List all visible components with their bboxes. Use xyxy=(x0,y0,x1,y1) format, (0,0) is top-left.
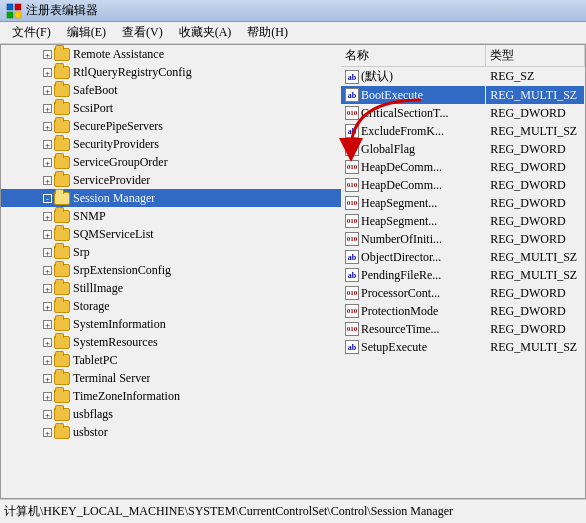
registry-row[interactable]: 010HeapSegment...REG_DWORD xyxy=(341,194,585,212)
expand-icon[interactable]: + xyxy=(43,50,52,59)
expand-icon[interactable]: + xyxy=(43,68,52,77)
tree-label: ScsiPort xyxy=(73,101,113,116)
expand-icon[interactable]: + xyxy=(43,86,52,95)
tree-item-terminal[interactable]: + Terminal Server xyxy=(1,369,341,387)
expand-icon[interactable]: + xyxy=(43,284,52,293)
folder-icon xyxy=(54,210,70,223)
menu-edit[interactable]: 编辑(E) xyxy=(59,22,114,43)
tree-item-scsiport[interactable]: + ScsiPort xyxy=(1,99,341,117)
svg-rect-2 xyxy=(7,12,13,18)
expand-icon[interactable]: + xyxy=(43,392,52,401)
menu-file[interactable]: 文件(F) xyxy=(4,22,59,43)
tree-item-remote-assistance[interactable]: + Remote Assistance xyxy=(1,45,341,63)
expand-icon[interactable]: + xyxy=(43,158,52,167)
tree-item-sysinfo[interactable]: + SystemInformation xyxy=(1,315,341,333)
expand-icon[interactable]: + xyxy=(43,176,52,185)
registry-row[interactable]: 010CriticalSectionT...REG_DWORD xyxy=(341,104,585,122)
tree-item-srpext[interactable]: + SrpExtensionConfig xyxy=(1,261,341,279)
folder-icon xyxy=(54,318,70,331)
expand-icon[interactable]: + xyxy=(43,230,52,239)
expand-icon[interactable]: + xyxy=(43,248,52,257)
expand-icon[interactable]: + xyxy=(43,122,52,131)
tree-label: Session Manager xyxy=(73,191,155,206)
expand-icon[interactable]: + xyxy=(43,266,52,275)
tree-item-timezone[interactable]: + TimeZoneInformation xyxy=(1,387,341,405)
registry-type: REG_DWORD xyxy=(486,230,585,248)
expand-icon[interactable]: + xyxy=(43,374,52,383)
tree-item-usbflags[interactable]: + usbflags xyxy=(1,405,341,423)
expand-icon[interactable]: + xyxy=(43,320,52,329)
folder-icon xyxy=(54,228,70,241)
registry-type: REG_DWORD xyxy=(486,140,585,158)
type-icon-dword: 010 xyxy=(345,106,359,120)
type-icon-sz: ab xyxy=(345,250,359,264)
registry-row[interactable]: 010HeapDeComm...REG_DWORD xyxy=(341,176,585,194)
folder-icon xyxy=(54,264,70,277)
tree-item-safeboot[interactable]: + SafeBoot xyxy=(1,81,341,99)
registry-row[interactable]: 010HeapDeComm...REG_DWORD xyxy=(341,158,585,176)
tree-item-storage[interactable]: + Storage xyxy=(1,297,341,315)
menu-view[interactable]: 查看(V) xyxy=(114,22,171,43)
registry-type: REG_MULTI_SZ xyxy=(486,86,585,104)
type-icon-dword: 010 xyxy=(345,196,359,210)
tree-item-sqm[interactable]: + SQMServiceList xyxy=(1,225,341,243)
registry-type: REG_DWORD xyxy=(486,212,585,230)
tree-item-stillimage[interactable]: + StillImage xyxy=(1,279,341,297)
registry-row[interactable]: abSetupExecuteREG_MULTI_SZ xyxy=(341,338,585,356)
folder-icon xyxy=(54,138,70,151)
registry-row[interactable]: abObjectDirector...REG_MULTI_SZ xyxy=(341,248,585,266)
expand-icon[interactable]: + xyxy=(43,356,52,365)
registry-row[interactable]: abExcludeFromK...REG_MULTI_SZ xyxy=(341,122,585,140)
tree-content[interactable]: + Remote Assistance + RtlQueryRegistryCo… xyxy=(1,45,341,498)
tree-item-security[interactable]: + SecurityProviders xyxy=(1,135,341,153)
tree-item-usbstor[interactable]: + usbstor xyxy=(1,423,341,441)
expand-icon[interactable]: + xyxy=(43,338,52,347)
menu-bar: 文件(F) 编辑(E) 查看(V) 收藏夹(A) 帮助(H) xyxy=(0,22,586,44)
tree-label: SafeBoot xyxy=(73,83,118,98)
tree-item-session-manager[interactable]: - Session Manager xyxy=(1,189,341,207)
registry-row[interactable]: 010ProtectionModeREG_DWORD xyxy=(341,302,585,320)
registry-row[interactable]: 010ResourceTime...REG_DWORD xyxy=(341,320,585,338)
registry-row[interactable]: 010HeapSegment...REG_DWORD xyxy=(341,212,585,230)
tree-item-securepipe[interactable]: + SecurePipeServers xyxy=(1,117,341,135)
svg-rect-3 xyxy=(15,12,21,18)
folder-icon xyxy=(54,246,70,259)
tree-item-rtl[interactable]: + RtlQueryRegistryConfig xyxy=(1,63,341,81)
tree-item-srp[interactable]: + Srp xyxy=(1,243,341,261)
expand-icon[interactable]: - xyxy=(43,194,52,203)
menu-help[interactable]: 帮助(H) xyxy=(239,22,296,43)
folder-icon xyxy=(54,192,70,205)
expand-icon[interactable]: + xyxy=(43,410,52,419)
expand-icon[interactable]: + xyxy=(43,302,52,311)
registry-row[interactable]: ab(默认)REG_SZ xyxy=(341,67,585,87)
tree-label: usbflags xyxy=(73,407,113,422)
right-panel[interactable]: 名称 类型 ab(默认)REG_SZabBootExecuteREG_MULTI… xyxy=(341,45,585,498)
tree-item-serviceprovider[interactable]: + ServiceProvider xyxy=(1,171,341,189)
tree-label: SecurityProviders xyxy=(73,137,159,152)
registry-row[interactable]: 010NumberOfIniti...REG_DWORD xyxy=(341,230,585,248)
menu-favorites[interactable]: 收藏夹(A) xyxy=(171,22,240,43)
tree-item-tabletpc[interactable]: + TabletPC xyxy=(1,351,341,369)
registry-row[interactable]: 010ProcessorCont...REG_DWORD xyxy=(341,284,585,302)
expand-icon[interactable]: + xyxy=(43,140,52,149)
type-icon-dword: 010 xyxy=(345,142,359,156)
registry-row[interactable]: abBootExecuteREG_MULTI_SZ xyxy=(341,86,585,104)
tree-item-servicegroup[interactable]: + ServiceGroupOrder xyxy=(1,153,341,171)
type-icon-dword: 010 xyxy=(345,232,359,246)
title-bar-text: 注册表编辑器 xyxy=(26,2,580,19)
type-icon-dword: 010 xyxy=(345,214,359,228)
registry-row[interactable]: 010GlobalFlagREG_DWORD xyxy=(341,140,585,158)
expand-icon[interactable]: + xyxy=(43,212,52,221)
registry-row[interactable]: abPendingFileRe...REG_MULTI_SZ xyxy=(341,266,585,284)
registry-type: REG_MULTI_SZ xyxy=(486,248,585,266)
tree-item-sysres[interactable]: + SystemResources xyxy=(1,333,341,351)
type-icon-sz: ab xyxy=(345,340,359,354)
expand-icon[interactable]: + xyxy=(43,104,52,113)
registry-table: 名称 类型 ab(默认)REG_SZabBootExecuteREG_MULTI… xyxy=(341,45,585,356)
tree-item-snmp[interactable]: + SNMP xyxy=(1,207,341,225)
type-icon-dword: 010 xyxy=(345,322,359,336)
expand-icon[interactable]: + xyxy=(43,428,52,437)
folder-icon xyxy=(54,84,70,97)
registry-name: abPendingFileRe... xyxy=(341,266,486,284)
registry-name: 010HeapDeComm... xyxy=(341,158,486,176)
